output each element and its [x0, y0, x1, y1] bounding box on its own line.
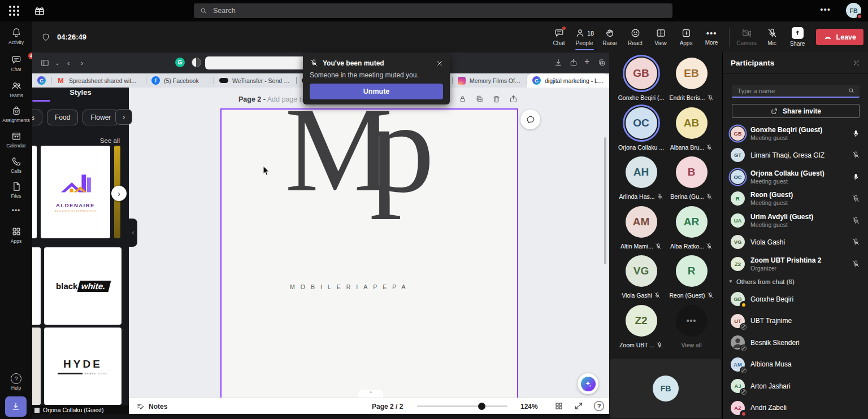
self-video-tile[interactable]: FB [610, 359, 721, 418]
view-button[interactable]: View [648, 21, 674, 53]
sidebar-item-calls[interactable]: Calls [0, 156, 32, 174]
delete-page-icon[interactable] [492, 94, 501, 104]
mic-off-icon[interactable] [852, 216, 860, 225]
video-tile[interactable]: EB Endrit Beris... [666, 58, 717, 107]
mic-on-icon[interactable] [852, 173, 860, 181]
participant-row[interactable]: GT Limani Thaqi, Gresa GIZ [723, 145, 868, 167]
participant-row[interactable]: Z2 Zoom UBT Prishtina 2 Organizer [723, 253, 868, 275]
new-tab-icon[interactable]: + [584, 56, 589, 67]
magic-assistant-button[interactable] [578, 373, 598, 394]
grammarly-icon[interactable]: G [175, 58, 185, 67]
canvas-scrollbar[interactable] [604, 137, 606, 264]
zoom-slider[interactable] [417, 405, 507, 407]
tab-overview-icon[interactable] [597, 58, 606, 67]
chat-button[interactable]: Chat [546, 21, 572, 53]
global-search[interactable] [194, 3, 672, 18]
template-thumb-blackwhite[interactable]: blackwhite. [44, 247, 121, 325]
profile-avatar[interactable]: FB [846, 3, 861, 18]
search-input[interactable] [212, 6, 667, 15]
raise-hand-button[interactable]: Raise [597, 21, 623, 53]
browser-share-icon[interactable] [569, 58, 578, 67]
participant-row[interactable]: GB Gonxhe Beqiri [723, 289, 868, 311]
sidebar-item-chat[interactable]: 4Chat [0, 54, 32, 72]
mic-on-icon[interactable] [852, 129, 860, 138]
chevron-down-icon[interactable]: ⌄ [55, 60, 59, 66]
participant-row[interactable]: AJ Arton Jashari [723, 376, 868, 398]
browser-sidebar-icon[interactable] [40, 58, 50, 68]
more-button[interactable]: •••More [699, 21, 724, 53]
video-tile[interactable]: AB Albana Bru... [666, 107, 717, 157]
browser-tab[interactable]: f (5) Facebook [146, 73, 214, 88]
see-all-link[interactable]: See all [100, 137, 120, 144]
sidebar-item-files[interactable]: Files [0, 181, 32, 199]
row-next-button[interactable]: › [111, 186, 127, 201]
mic-button[interactable]: Mic [760, 21, 785, 53]
leave-button[interactable]: Leave [816, 29, 863, 45]
video-tile[interactable]: GB Gonxhe Beqiri (... [616, 58, 666, 107]
video-tile[interactable]: R Reon (Guest) [666, 255, 717, 305]
mic-off-icon[interactable] [852, 151, 860, 159]
sidebar-item-help[interactable]: ?Help [0, 373, 32, 391]
browser-tab[interactable]: C [32, 73, 51, 88]
sidebar-item-assignments[interactable]: Assignments [0, 105, 32, 123]
camera-button[interactable]: Camera [734, 21, 760, 53]
video-tile[interactable]: VG Viola Gashi [616, 255, 666, 305]
grid-view-icon[interactable] [554, 401, 563, 411]
mic-off-icon[interactable] [852, 238, 860, 246]
style-chip[interactable]: s [32, 110, 42, 125]
titlebar-more-icon[interactable]: ••• [820, 5, 831, 14]
participant-row[interactable]: BS Besnik Skenderi [723, 332, 868, 354]
participant-row[interactable]: UA Urim Avdyli (Guest) Meeting guest [723, 210, 868, 232]
participant-row[interactable]: VG Viola Gashi [723, 232, 868, 254]
zoom-slider-handle[interactable] [478, 403, 485, 410]
view-all-tile[interactable]: ••• View all [666, 305, 717, 355]
sidebar-item-activity[interactable]: Activity [0, 27, 32, 45]
share-invite-button[interactable]: Share invite [732, 104, 860, 118]
template-thumb-hyde[interactable]: HYDE BRAND LOGO [44, 328, 121, 405]
video-tile[interactable]: Z2 Zoom UBT ... [616, 305, 666, 355]
template-thumb-aldenaire[interactable]: ALDENAIRE BUILDING CONSTRUCTION [41, 146, 110, 238]
zoom-level[interactable]: 124% [520, 398, 538, 414]
video-tile[interactable]: AH Arlinda Has... [616, 156, 666, 206]
browser-tab[interactable]: C digjital marketing - Logo [527, 73, 609, 88]
react-button[interactable]: React [623, 21, 648, 53]
comment-button[interactable] [520, 110, 540, 129]
canva-help-icon[interactable]: ? [594, 401, 604, 411]
sidebar-item-teams[interactable]: Teams [0, 80, 32, 98]
style-chip[interactable]: Flower [83, 110, 119, 125]
add-page-icon[interactable] [509, 94, 518, 104]
mic-off-icon[interactable] [852, 260, 860, 268]
participant-row[interactable]: AM Albiona Musa [723, 353, 868, 376]
others-from-chat-section[interactable]: ▼ Others from chat (6) [723, 275, 868, 289]
participant-search[interactable] [732, 85, 860, 98]
contrast-extension-icon[interactable] [192, 58, 201, 67]
video-tile[interactable]: OC Orjona Collaku ... [616, 107, 666, 157]
app-launcher-icon[interactable] [8, 5, 20, 17]
notes-button[interactable]: Notes [136, 398, 167, 414]
browser-download-icon[interactable] [554, 58, 563, 67]
sidebar-item-apps[interactable]: Apps [0, 226, 32, 244]
sidebar-more-icon[interactable]: ••• [0, 207, 32, 215]
collapse-bottom-icon[interactable]: ⌃ [358, 390, 383, 398]
participant-row[interactable]: GB Gonxhe Beqiri (Guest) Meeting guest [723, 123, 868, 145]
share-button[interactable]: Share [785, 21, 810, 53]
lock-icon[interactable] [458, 94, 467, 104]
style-chip[interactable]: Food [47, 110, 78, 125]
duplicate-page-icon[interactable] [475, 94, 484, 104]
participant-row[interactable]: UT UBT Trajnime [723, 310, 868, 332]
participant-search-input[interactable] [736, 87, 848, 95]
design-page[interactable]: M p MOBILERIAPEPA [220, 108, 518, 402]
browser-tab[interactable]: M Spreadsheet shared wit... [51, 73, 146, 88]
download-button[interactable] [5, 396, 27, 417]
browser-forward-icon[interactable]: › [81, 59, 83, 67]
toast-close-icon[interactable] [436, 60, 443, 67]
video-tile[interactable]: AR Alba Ratko... [666, 206, 717, 256]
participant-row[interactable]: R Reon (Guest) Meeting guest [723, 188, 868, 210]
browser-back-icon[interactable]: ‹ [67, 59, 70, 67]
close-panel-icon[interactable] [853, 59, 860, 67]
fullscreen-icon[interactable] [574, 401, 583, 411]
unmute-button[interactable]: Unmute [310, 84, 443, 99]
chips-next-icon[interactable]: › [115, 109, 132, 125]
browser-tab[interactable]: Memory Films Office... [453, 73, 527, 88]
sidebar-item-calendar[interactable]: Calendar [0, 130, 32, 149]
